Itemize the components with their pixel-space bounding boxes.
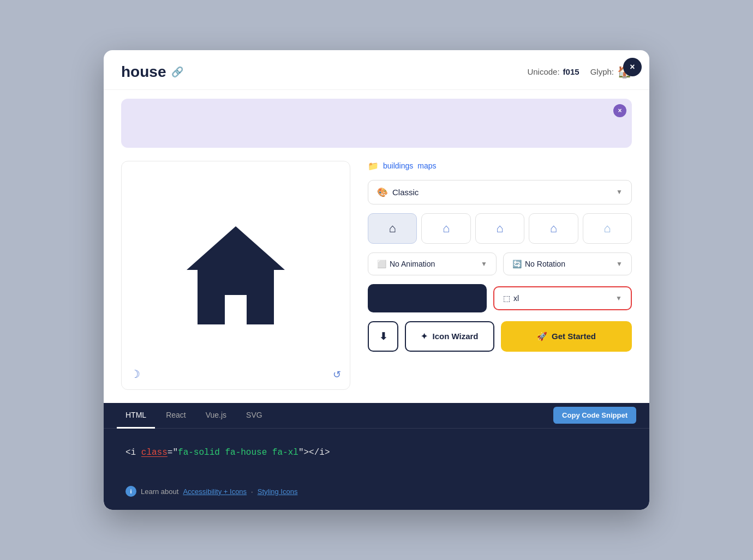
variant-regular[interactable]: ⌂: [421, 213, 470, 244]
animation-rotation-row: ⬜ No Animation ▼ 🔄 No Rotation ▼: [368, 252, 632, 275]
wizard-icon: ✦: [421, 332, 428, 341]
variant-icon-regular: ⌂: [443, 221, 450, 236]
styling-link[interactable]: Styling Icons: [258, 487, 298, 496]
page-title: house: [121, 63, 166, 81]
banner: ×: [121, 99, 632, 148]
code-equals: =": [168, 448, 178, 457]
house-icon-preview: [181, 221, 290, 330]
folder-icon: 📁: [368, 161, 379, 171]
animation-inner: ⬜ No Animation: [377, 260, 435, 268]
size-chevron-icon: ▼: [615, 294, 622, 302]
icon-preview-panel: ☽ ↺: [121, 161, 350, 390]
header: house 🔗 Unicode: f015 Glyph: 🏠: [104, 50, 649, 90]
rotation-inner: 🔄 No Rotation: [512, 260, 565, 268]
animation-chevron-icon: ▼: [481, 260, 487, 268]
rotation-icon: 🔄: [512, 260, 522, 268]
code-tabs: HTML React Vue.js SVG Copy Code Snippet: [104, 403, 649, 429]
code-close-tag: "></i>: [298, 448, 330, 457]
tab-vuejs[interactable]: Vue.js: [197, 403, 235, 429]
main-content: ☽ ↺ 📁 buildings maps 🎨 Classic ▼: [104, 148, 649, 403]
variant-icon-duotone: ⌂: [603, 221, 611, 236]
unicode-label: Unicode:: [527, 67, 559, 76]
animation-selected: No Animation: [390, 260, 435, 268]
tags-row: 📁 buildings maps: [368, 161, 632, 171]
tag-buildings[interactable]: buildings: [383, 161, 413, 170]
variant-icon-light: ⌂: [496, 221, 503, 236]
size-selected: xl: [513, 294, 519, 303]
tag-maps[interactable]: maps: [417, 161, 436, 170]
unicode-info: Unicode: f015: [527, 67, 579, 76]
get-started-label: Get Started: [552, 332, 596, 341]
icon-wizard-button[interactable]: ✦ Icon Wizard: [405, 321, 494, 352]
header-meta: Unicode: f015 Glyph: 🏠: [527, 65, 632, 79]
controls-panel: 📁 buildings maps 🎨 Classic ▼ ⌂ ⌂: [368, 161, 632, 390]
variant-solid[interactable]: ⌂: [368, 213, 417, 244]
learn-label: Learn about: [141, 487, 178, 496]
download-button[interactable]: ⬇: [368, 321, 398, 352]
wizard-label: Icon Wizard: [432, 332, 478, 341]
variant-duotone[interactable]: ⌂: [583, 213, 632, 244]
action-buttons-row: ⬇ ✦ Icon Wizard 🚀 Get Started: [368, 321, 632, 352]
code-display: <i class="fa-solid fa-house fa-xl"></i>: [104, 429, 649, 478]
size-icon: ⬚: [503, 294, 510, 303]
header-left: house 🔗: [121, 63, 183, 81]
animation-dropdown[interactable]: ⬜ No Animation ▼: [368, 252, 497, 275]
glyph-label: Glyph:: [590, 67, 614, 76]
code-attr-value: fa-solid fa-house fa-xl: [178, 448, 298, 457]
style-icon: 🎨: [377, 187, 388, 197]
rotation-dropdown[interactable]: 🔄 No Rotation ▼: [503, 252, 632, 275]
copy-code-button[interactable]: Copy Code Snippet: [553, 407, 636, 424]
animation-icon: ⬜: [377, 260, 386, 268]
svg-marker-0: [187, 226, 285, 324]
style-selected: Classic: [392, 188, 419, 197]
variant-thin[interactable]: ⌂: [529, 213, 578, 244]
get-started-button[interactable]: 🚀 Get Started: [501, 321, 632, 352]
color-picker-button[interactable]: [368, 284, 487, 312]
rocket-icon: 🚀: [537, 332, 547, 341]
variant-icon-solid: ⌂: [389, 221, 396, 236]
download-icon: ⬇: [379, 330, 387, 342]
code-line: <i class="fa-solid fa-house fa-xl"></i>: [125, 446, 628, 460]
link-icon[interactable]: 🔗: [171, 66, 183, 78]
tab-react[interactable]: React: [157, 403, 195, 429]
tab-svg[interactable]: SVG: [237, 403, 271, 429]
separator: ·: [251, 487, 253, 496]
info-icon: i: [125, 486, 136, 497]
unicode-value: f015: [563, 67, 579, 76]
size-inner: ⬚ xl: [503, 294, 519, 303]
color-size-row: ⬚ xl ▼: [368, 284, 632, 312]
rotation-chevron-icon: ▼: [616, 260, 623, 268]
chevron-down-icon: ▼: [616, 188, 623, 196]
code-open-tag: <i: [125, 448, 141, 457]
modal: × house 🔗 Unicode: f015 Glyph: 🏠 ×: [104, 50, 649, 510]
footer-links: i Learn about Accessibility + Icons · St…: [104, 477, 649, 510]
close-button[interactable]: ×: [623, 58, 642, 76]
variant-icon-thin: ⌂: [550, 221, 557, 236]
rotation-selected: No Rotation: [525, 260, 565, 268]
dark-mode-toggle[interactable]: ☽: [130, 368, 140, 381]
variant-light[interactable]: ⌂: [475, 213, 524, 244]
banner-close-button[interactable]: ×: [613, 104, 626, 117]
reset-button[interactable]: ↺: [333, 369, 341, 381]
code-attr-name: class: [141, 448, 168, 457]
style-dropdown-inner: 🎨 Classic: [377, 187, 419, 197]
accessibility-link[interactable]: Accessibility + Icons: [183, 487, 247, 496]
size-dropdown[interactable]: ⬚ xl ▼: [493, 286, 632, 310]
tab-html[interactable]: HTML: [117, 403, 155, 429]
style-dropdown[interactable]: 🎨 Classic ▼: [368, 180, 632, 204]
code-section: HTML React Vue.js SVG Copy Code Snippet …: [104, 403, 649, 510]
variant-row: ⌂ ⌂ ⌂ ⌂ ⌂: [368, 213, 632, 244]
